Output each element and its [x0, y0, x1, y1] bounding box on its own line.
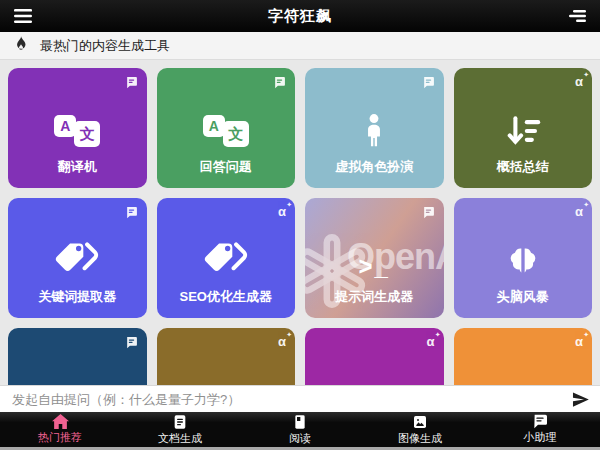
tab-label: 小助理: [524, 430, 557, 445]
tool-card[interactable]: α✦ A 文: [157, 198, 296, 318]
reader-icon: [292, 414, 308, 430]
wand-icon: α✦: [427, 335, 435, 348]
page-title: 字符狂飙: [0, 7, 600, 26]
tool-card[interactable]: α✦ A 文: [305, 68, 444, 188]
section-title: 最热门的内容生成工具: [40, 37, 170, 55]
tab-hot-recommend[interactable]: 热门推荐: [0, 414, 120, 445]
tag-icon: [53, 239, 101, 279]
tool-card-label: 虚拟角色扮演: [335, 158, 413, 176]
tab-label: 阅读: [289, 431, 311, 446]
wand-icon: α✦: [575, 205, 583, 218]
bottom-nav: 热门推荐 文档生成 阅读 图像生成 小助理: [0, 412, 600, 447]
chat-bubble-icon: [125, 335, 138, 353]
wand-icon: α✦: [575, 75, 583, 88]
tab-doc-generate[interactable]: 文档生成: [120, 414, 240, 446]
tool-card[interactable]: α✦ A 文: [454, 328, 593, 385]
translate-icon: A 文: [203, 113, 249, 149]
brain-icon: [505, 245, 541, 279]
options-menu-icon[interactable]: [564, 3, 590, 29]
chat-bubble-icon: [125, 75, 138, 93]
tool-card[interactable]: α✦ OpenAI A 文: [305, 198, 444, 318]
wand-icon: α✦: [278, 205, 286, 218]
home-icon: [52, 414, 69, 429]
tool-card[interactable]: α✦ A 文: [305, 328, 444, 385]
chat-bubble-icon: [422, 205, 435, 223]
wand-icon: α✦: [575, 335, 583, 348]
chat-bubble-icon: [273, 75, 286, 93]
terminal-prompt-icon: >_: [359, 255, 390, 279]
cards-grid: α✦ A 文: [8, 68, 592, 385]
chat-bubble-icon: [422, 75, 435, 93]
tag-icon: [202, 239, 250, 279]
wand-icon: α✦: [278, 335, 286, 348]
tab-label: 热门推荐: [38, 430, 82, 445]
tool-card[interactable]: α✦ A 文: [454, 68, 593, 188]
chat-bubble-icon: [125, 205, 138, 223]
tool-card[interactable]: α✦ A 文: [8, 328, 147, 385]
free-question-input[interactable]: [10, 391, 563, 408]
person-icon: [357, 113, 391, 149]
tool-card[interactable]: α✦ A 文: [157, 328, 296, 385]
chat-icon: [532, 414, 548, 429]
flame-icon: [14, 36, 28, 56]
translate-icon: A 文: [54, 113, 100, 149]
app-header: 字符狂飙: [0, 0, 600, 32]
tab-label: 文档生成: [158, 431, 202, 446]
tool-card[interactable]: α✦ A 文: [454, 198, 593, 318]
hamburger-menu-icon[interactable]: [10, 3, 36, 29]
tool-card[interactable]: α✦ A 文: [157, 68, 296, 188]
tool-card-label: 翻译机: [58, 158, 97, 176]
tab-image-generate[interactable]: 图像生成: [360, 414, 480, 446]
tool-card-label: 头脑风暴: [497, 288, 549, 306]
tool-card-label: 回答问题: [200, 158, 252, 176]
document-icon: [172, 414, 188, 430]
send-icon[interactable]: [571, 390, 590, 409]
section-header: 最热门的内容生成工具: [0, 32, 600, 60]
tool-card-label: SEO优化生成器: [180, 288, 272, 306]
content-area: α✦ A 文: [0, 60, 600, 385]
tool-card[interactable]: α✦ A 文: [8, 68, 147, 188]
tool-card[interactable]: α✦ A 文: [8, 198, 147, 318]
image-icon: [412, 414, 428, 430]
tool-card-label: 关键词提取器: [38, 288, 116, 306]
tab-assistant[interactable]: 小助理: [480, 414, 600, 445]
sort-descending-icon: [504, 113, 542, 149]
tool-card-label: 提示词生成器: [335, 288, 413, 306]
tab-label: 图像生成: [398, 431, 442, 446]
tab-reading[interactable]: 阅读: [240, 414, 360, 446]
tool-card-label: 概括总结: [497, 158, 549, 176]
question-composer: [0, 385, 600, 412]
